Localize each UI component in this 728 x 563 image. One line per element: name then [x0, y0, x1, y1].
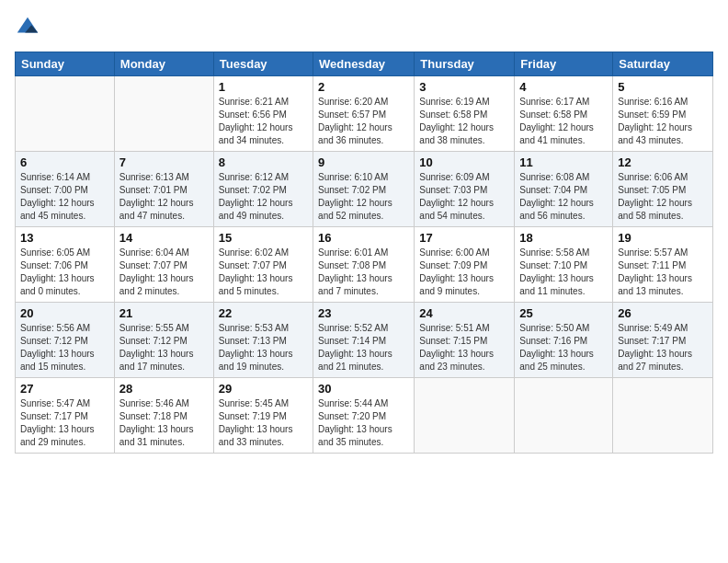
day-info: Sunrise: 6:06 AMSunset: 7:05 PMDaylight:…	[618, 171, 708, 223]
day-info: Sunrise: 6:13 AMSunset: 7:01 PMDaylight:…	[119, 171, 209, 223]
day-cell: 19Sunrise: 5:57 AMSunset: 7:11 PMDayligh…	[613, 227, 713, 303]
day-cell: 10Sunrise: 6:09 AMSunset: 7:03 PMDayligh…	[415, 152, 515, 227]
day-number: 8	[219, 155, 308, 169]
page: SundayMondayTuesdayWednesdayThursdayFrid…	[0, 0, 728, 563]
day-cell: 21Sunrise: 5:55 AMSunset: 7:12 PMDayligh…	[114, 303, 213, 378]
day-number: 25	[519, 306, 608, 320]
day-number: 28	[119, 382, 209, 396]
day-info: Sunrise: 6:09 AMSunset: 7:03 PMDaylight:…	[419, 171, 509, 223]
weekday-header-tuesday: Tuesday	[213, 52, 313, 76]
day-cell: 18Sunrise: 5:58 AMSunset: 7:10 PMDayligh…	[515, 227, 613, 303]
day-cell: 13Sunrise: 6:05 AMSunset: 7:06 PMDayligh…	[16, 227, 115, 303]
day-number: 27	[20, 382, 109, 396]
day-number: 16	[318, 231, 409, 245]
day-cell: 3Sunrise: 6:19 AMSunset: 6:58 PMDaylight…	[415, 76, 515, 152]
day-info: Sunrise: 5:57 AMSunset: 7:11 PMDaylight:…	[618, 247, 708, 298]
day-info: Sunrise: 6:00 AMSunset: 7:09 PMDaylight:…	[419, 247, 509, 298]
day-info: Sunrise: 6:12 AMSunset: 7:02 PMDaylight:…	[219, 171, 308, 223]
day-number: 13	[20, 231, 109, 245]
day-cell: 1Sunrise: 6:21 AMSunset: 6:56 PMDaylight…	[213, 76, 313, 152]
day-cell: 11Sunrise: 6:08 AMSunset: 7:04 PMDayligh…	[515, 152, 613, 227]
day-cell: 9Sunrise: 6:10 AMSunset: 7:02 PMDaylight…	[313, 152, 415, 227]
day-info: Sunrise: 5:47 AMSunset: 7:17 PMDaylight:…	[20, 397, 109, 449]
calendar-table: SundayMondayTuesdayWednesdayThursdayFrid…	[15, 52, 713, 454]
day-cell: 27Sunrise: 5:47 AMSunset: 7:17 PMDayligh…	[16, 378, 115, 454]
day-number: 10	[419, 155, 509, 169]
day-number: 7	[119, 155, 209, 169]
day-cell	[415, 378, 515, 454]
day-number: 26	[618, 306, 708, 320]
weekday-header-sunday: Sunday	[16, 52, 115, 76]
day-info: Sunrise: 6:16 AMSunset: 6:59 PMDaylight:…	[618, 96, 708, 147]
day-cell	[16, 76, 115, 152]
day-info: Sunrise: 6:17 AMSunset: 6:58 PMDaylight:…	[519, 96, 608, 147]
day-cell: 16Sunrise: 6:01 AMSunset: 7:08 PMDayligh…	[313, 227, 415, 303]
day-cell: 5Sunrise: 6:16 AMSunset: 6:59 PMDaylight…	[613, 76, 713, 152]
week-row-5: 27Sunrise: 5:47 AMSunset: 7:17 PMDayligh…	[16, 378, 713, 454]
day-info: Sunrise: 5:56 AMSunset: 7:12 PMDaylight:…	[20, 322, 109, 373]
day-cell: 15Sunrise: 6:02 AMSunset: 7:07 PMDayligh…	[213, 227, 313, 303]
day-info: Sunrise: 6:05 AMSunset: 7:06 PMDaylight:…	[20, 247, 109, 298]
day-info: Sunrise: 5:44 AMSunset: 7:20 PMDaylight:…	[318, 397, 409, 449]
day-cell: 20Sunrise: 5:56 AMSunset: 7:12 PMDayligh…	[16, 303, 115, 378]
day-info: Sunrise: 6:19 AMSunset: 6:58 PMDaylight:…	[419, 96, 509, 147]
week-row-1: 1Sunrise: 6:21 AMSunset: 6:56 PMDaylight…	[16, 76, 713, 152]
weekday-header-monday: Monday	[114, 52, 213, 76]
logo-icon	[15, 15, 40, 40]
day-number: 22	[219, 306, 308, 320]
day-cell: 6Sunrise: 6:14 AMSunset: 7:00 PMDaylight…	[16, 152, 115, 227]
day-info: Sunrise: 6:04 AMSunset: 7:07 PMDaylight:…	[119, 247, 209, 298]
day-number: 2	[318, 80, 409, 94]
day-cell: 8Sunrise: 6:12 AMSunset: 7:02 PMDaylight…	[213, 152, 313, 227]
day-number: 4	[519, 80, 608, 94]
day-number: 23	[318, 306, 409, 320]
day-number: 6	[20, 155, 109, 169]
day-cell: 14Sunrise: 6:04 AMSunset: 7:07 PMDayligh…	[114, 227, 213, 303]
day-cell	[613, 378, 713, 454]
day-number: 30	[318, 382, 409, 396]
day-info: Sunrise: 5:52 AMSunset: 7:14 PMDaylight:…	[318, 322, 409, 373]
day-cell: 24Sunrise: 5:51 AMSunset: 7:15 PMDayligh…	[415, 303, 515, 378]
day-number: 29	[219, 382, 308, 396]
day-info: Sunrise: 6:01 AMSunset: 7:08 PMDaylight:…	[318, 247, 409, 298]
day-info: Sunrise: 5:49 AMSunset: 7:17 PMDaylight:…	[618, 322, 708, 373]
day-cell: 17Sunrise: 6:00 AMSunset: 7:09 PMDayligh…	[415, 227, 515, 303]
weekday-header-row: SundayMondayTuesdayWednesdayThursdayFrid…	[16, 52, 713, 76]
day-number: 5	[618, 80, 708, 94]
day-info: Sunrise: 6:10 AMSunset: 7:02 PMDaylight:…	[318, 171, 409, 223]
day-cell: 23Sunrise: 5:52 AMSunset: 7:14 PMDayligh…	[313, 303, 415, 378]
weekday-header-saturday: Saturday	[613, 52, 713, 76]
day-number: 21	[119, 306, 209, 320]
day-number: 20	[20, 306, 109, 320]
day-number: 11	[519, 155, 608, 169]
day-number: 9	[318, 155, 409, 169]
day-info: Sunrise: 5:51 AMSunset: 7:15 PMDaylight:…	[419, 322, 509, 373]
week-row-3: 13Sunrise: 6:05 AMSunset: 7:06 PMDayligh…	[16, 227, 713, 303]
day-cell: 12Sunrise: 6:06 AMSunset: 7:05 PMDayligh…	[613, 152, 713, 227]
day-number: 18	[519, 231, 608, 245]
day-number: 24	[419, 306, 509, 320]
weekday-header-friday: Friday	[515, 52, 613, 76]
day-number: 19	[618, 231, 708, 245]
day-cell: 28Sunrise: 5:46 AMSunset: 7:18 PMDayligh…	[114, 378, 213, 454]
logo	[15, 15, 42, 40]
day-cell: 2Sunrise: 6:20 AMSunset: 6:57 PMDaylight…	[313, 76, 415, 152]
week-row-4: 20Sunrise: 5:56 AMSunset: 7:12 PMDayligh…	[16, 303, 713, 378]
weekday-header-thursday: Thursday	[415, 52, 515, 76]
day-number: 3	[419, 80, 509, 94]
day-info: Sunrise: 5:53 AMSunset: 7:13 PMDaylight:…	[219, 322, 308, 373]
day-info: Sunrise: 5:46 AMSunset: 7:18 PMDaylight:…	[119, 397, 209, 449]
day-number: 14	[119, 231, 209, 245]
day-info: Sunrise: 6:02 AMSunset: 7:07 PMDaylight:…	[219, 247, 308, 298]
day-info: Sunrise: 5:50 AMSunset: 7:16 PMDaylight:…	[519, 322, 608, 373]
day-info: Sunrise: 5:55 AMSunset: 7:12 PMDaylight:…	[119, 322, 209, 373]
day-number: 1	[219, 80, 308, 94]
day-cell: 30Sunrise: 5:44 AMSunset: 7:20 PMDayligh…	[313, 378, 415, 454]
day-info: Sunrise: 6:14 AMSunset: 7:00 PMDaylight:…	[20, 171, 109, 223]
day-cell: 22Sunrise: 5:53 AMSunset: 7:13 PMDayligh…	[213, 303, 313, 378]
day-info: Sunrise: 6:08 AMSunset: 7:04 PMDaylight:…	[519, 171, 608, 223]
day-cell	[114, 76, 213, 152]
header	[15, 15, 713, 40]
day-info: Sunrise: 5:45 AMSunset: 7:19 PMDaylight:…	[219, 397, 308, 449]
day-cell: 4Sunrise: 6:17 AMSunset: 6:58 PMDaylight…	[515, 76, 613, 152]
